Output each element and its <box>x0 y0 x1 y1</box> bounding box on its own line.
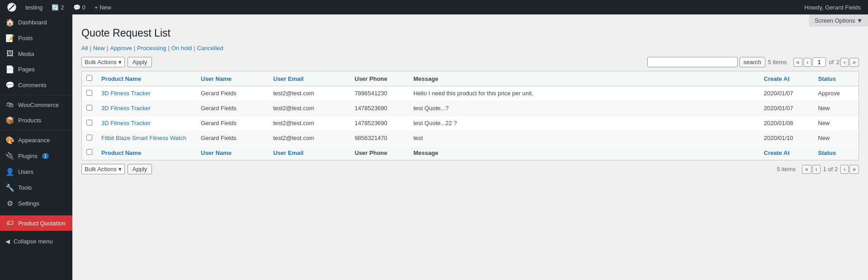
sidebar-item-products[interactable]: 📦 Products <box>0 112 72 128</box>
row-checkbox-0[interactable] <box>86 90 92 96</box>
pagination-last-top[interactable]: » <box>849 58 859 67</box>
adminbar-new[interactable]: + New <box>91 0 115 14</box>
adminbar-comments[interactable]: 💬 0 <box>70 0 89 14</box>
quotes-table: Product Name User Name User Email User P… <box>81 71 859 160</box>
filter-approve[interactable]: Approve <box>110 45 132 51</box>
sidebar-item-woocommerce[interactable]: 🛍 WooCommerce <box>0 97 72 112</box>
sidebar-item-settings[interactable]: ⚙ Settings <box>0 196 72 211</box>
row-checkbox-cell <box>82 116 97 131</box>
dashboard-icon: 🏠 <box>5 18 14 27</box>
bulk-actions-chevron-bottom: ▾ <box>119 166 122 173</box>
sidebar-item-posts[interactable]: 📝 Posts <box>0 30 72 46</box>
row-checkbox-cell <box>82 131 97 146</box>
select-all-checkbox[interactable] <box>86 75 92 81</box>
product-name-link-3[interactable]: Fitbit Blaze Smart Fitness Watch <box>101 135 186 141</box>
row-user-email: test2@test.com <box>269 86 350 101</box>
pagination-last-bottom[interactable]: » <box>849 165 859 174</box>
sort-user-name[interactable]: User Name <box>201 75 232 82</box>
sidebar-item-product-quotation[interactable]: 🏷 Product Quotation <box>0 215 72 231</box>
table-row: 3D Fitness Tracker Gerard Fields test2@t… <box>82 86 859 101</box>
row-user-name: Gerard Fields <box>196 101 269 116</box>
footer-status: Status <box>814 145 859 160</box>
pagination-next-bottom[interactable]: › <box>840 165 849 174</box>
bulk-actions-label-top: Bulk Actions <box>85 59 117 65</box>
select-all-checkbox-bottom[interactable] <box>86 149 92 155</box>
row-create-at: 2020/01/07 <box>759 101 814 116</box>
sort-status[interactable]: Status <box>818 75 836 82</box>
search-button[interactable]: search <box>740 57 765 67</box>
sidebar-divider-2 <box>0 130 72 131</box>
footer-sort-create-at[interactable]: Create At <box>764 149 790 156</box>
footer-user-phone: User Phone <box>350 145 409 160</box>
bulk-actions-label-bottom: Bulk Actions <box>85 166 117 173</box>
pagination-prev-top[interactable]: ‹ <box>803 58 811 67</box>
pagination-top: « ‹ of 2 › » <box>793 57 859 67</box>
comments-icon: 💬 <box>5 81 14 89</box>
products-icon: 📦 <box>5 116 14 125</box>
filter-processing[interactable]: Processing <box>137 45 166 51</box>
tools-icon: 🔧 <box>5 183 14 192</box>
footer-sort-status[interactable]: Status <box>818 149 836 156</box>
product-name-link-0[interactable]: 3D Fitness Tracker <box>101 90 151 97</box>
pages-icon: 📄 <box>5 65 14 74</box>
screen-options-button[interactable]: Screen Options ▼ <box>809 14 868 27</box>
product-name-link-1[interactable]: 3D Fitness Tracker <box>101 105 151 112</box>
pagination-first-bottom[interactable]: « <box>802 165 811 174</box>
filter-new[interactable]: New <box>93 45 105 51</box>
row-user-email: test2@test.com <box>269 131 350 146</box>
sort-product-name[interactable]: Product Name <box>101 75 141 82</box>
pagination-first-top[interactable]: « <box>793 58 803 67</box>
sidebar-item-label: Tools <box>18 184 32 191</box>
row-create-at: 2020/01/08 <box>759 116 814 131</box>
sidebar-item-comments[interactable]: 💬 Comments <box>0 77 72 93</box>
row-user-name: Gerard Fields <box>196 131 269 146</box>
pagination-info-bottom: 1 of 2 <box>823 166 838 173</box>
sort-user-email[interactable]: User Email <box>273 75 304 82</box>
screen-options-label: Screen Options <box>815 17 855 24</box>
row-checkbox-3[interactable] <box>86 135 92 140</box>
pagination-next-top[interactable]: › <box>840 58 849 67</box>
sidebar-item-media[interactable]: 🖼 Media <box>0 46 72 61</box>
sort-create-at[interactable]: Create At <box>764 75 790 82</box>
pagination-bottom: « ‹ 1 of 2 › » <box>802 165 859 174</box>
sidebar-item-tools[interactable]: 🔧 Tools <box>0 180 72 196</box>
bulk-actions-dropdown-top[interactable]: Bulk Actions ▾ <box>81 57 125 67</box>
filter-on-hold[interactable]: On hold <box>171 45 192 51</box>
sidebar-item-users[interactable]: 👤 Users <box>0 164 72 180</box>
product-quotation-icon: 🏷 <box>5 219 14 227</box>
sidebar-item-dashboard[interactable]: 🏠 Dashboard <box>0 14 72 30</box>
header-message: Message <box>409 71 759 86</box>
sidebar-item-plugins[interactable]: 🔌 Plugins 1 <box>0 148 72 164</box>
product-name-link-2[interactable]: 3D Fitness Tracker <box>101 120 151 126</box>
page-title: Quote Request List <box>81 27 859 39</box>
sidebar-item-appearance[interactable]: 🎨 Appearance <box>0 132 72 148</box>
adminbar-wp-logo[interactable] <box>4 0 20 14</box>
pagination-prev-bottom[interactable]: ‹ <box>812 165 821 174</box>
search-input[interactable] <box>647 57 738 67</box>
row-user-email: test2@test.com <box>269 101 350 116</box>
bulk-actions-dropdown-bottom[interactable]: Bulk Actions ▾ <box>81 164 125 174</box>
row-checkbox-1[interactable] <box>86 105 92 111</box>
filter-cancelled[interactable]: Cancelled <box>197 45 223 51</box>
apply-button-top[interactable]: Apply <box>128 57 152 67</box>
adminbar-updates[interactable]: 🔄 2 <box>48 0 67 14</box>
users-icon: 👤 <box>5 168 14 176</box>
pagination-page-input-top[interactable] <box>812 57 826 67</box>
apply-button-bottom[interactable]: Apply <box>128 164 152 174</box>
apply-label-top: Apply <box>133 59 147 65</box>
sidebar-item-label: Settings <box>18 200 39 207</box>
footer-sort-user-email[interactable]: User Email <box>273 149 304 156</box>
appearance-icon: 🎨 <box>5 136 14 145</box>
header-checkbox-col <box>82 71 97 86</box>
sidebar-item-label: Product Quotation <box>18 220 66 227</box>
sidebar-item-label: Pages <box>18 66 35 73</box>
header-user-phone: User Phone <box>350 71 409 86</box>
footer-sort-user-name[interactable]: User Name <box>201 149 232 156</box>
footer-sort-product-name[interactable]: Product Name <box>101 149 141 156</box>
header-product-name: Product Name <box>97 71 196 86</box>
row-checkbox-2[interactable] <box>86 120 92 126</box>
adminbar-site[interactable]: testing <box>22 0 46 14</box>
sidebar-item-pages[interactable]: 📄 Pages <box>0 61 72 77</box>
filter-all[interactable]: All <box>81 45 88 51</box>
sidebar-collapse-menu[interactable]: ◀ Collapse menu <box>0 234 72 248</box>
